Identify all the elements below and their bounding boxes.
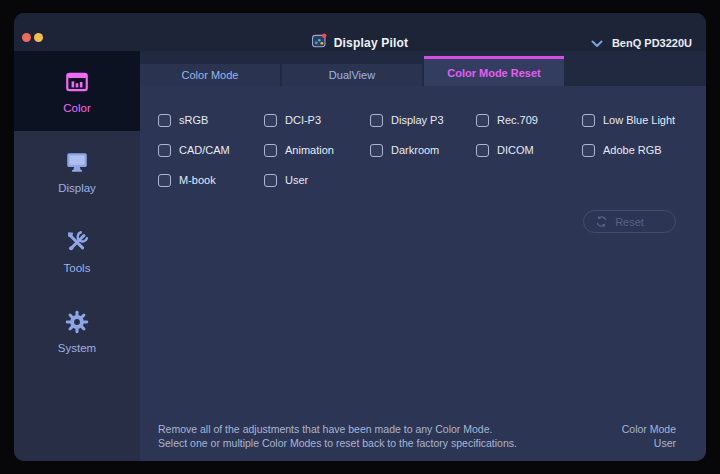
app-title: Display Pilot [334,36,409,50]
chevron-down-icon [591,34,603,52]
color-mode-item-srgb[interactable]: sRGB [158,112,264,128]
tab-dualview[interactable]: DualView [282,64,422,86]
window-body: ColorDisplayToolsSystem Color ModeDualVi… [14,51,706,461]
checkbox[interactable] [264,174,277,187]
checkbox[interactable] [264,144,277,157]
color-mode-item-m-book[interactable]: M-book [158,172,264,188]
content-column: Color ModeDualViewColor Mode Reset sRGBD… [140,51,706,461]
footer-status: Color Mode User [622,422,676,450]
color-mode-item-dci-p3[interactable]: DCI-P3 [264,112,370,128]
color-mode-checkbox-grid: sRGBDCI-P3Display P3Rec.709Low Blue Ligh… [158,112,706,188]
checkbox[interactable] [158,174,171,187]
color-mode-item-darkroom[interactable]: Darkroom [370,142,476,158]
tab-color-mode[interactable]: Color Mode [140,64,280,86]
color-mode-item-rec-709[interactable]: Rec.709 [476,112,582,128]
sidebar-item-label: Display [58,182,96,194]
color-mode-label: Darkroom [391,144,439,156]
title-bar: Display Pilot BenQ PD3220U [14,13,706,51]
checkbox[interactable] [158,114,171,127]
color-mode-label: Display P3 [391,114,444,126]
color-mode-item-animation[interactable]: Animation [264,142,370,158]
color-mode-label: User [285,174,308,186]
reset-row: Reset [140,210,676,233]
color-mode-label: DCI-P3 [285,114,321,126]
reset-button-label: Reset [615,216,644,228]
color-mode-item-user[interactable]: User [264,172,370,188]
checkbox[interactable] [582,114,595,127]
color-mode-label: Adobe RGB [603,144,662,156]
checkbox[interactable] [158,144,171,157]
footer-status-value: User [622,436,676,450]
app-logo-icon [312,33,327,52]
tools-icon [64,229,90,255]
checkbox[interactable] [264,114,277,127]
color-mode-label: M-book [179,174,216,186]
panel-footer: Remove all of the adjustments that have … [158,422,676,450]
tab-strip: Color ModeDualViewColor Mode Reset [140,51,706,86]
color-modes-icon [64,69,90,95]
color-mode-item-adobe-rgb[interactable]: Adobe RGB [582,142,688,158]
footer-description-line2: Select one or multiple Color Modes to re… [158,436,517,450]
checkbox[interactable] [370,114,383,127]
tab-color-mode-reset[interactable]: Color Mode Reset [424,56,564,86]
color-mode-label: CAD/CAM [179,144,230,156]
footer-description-line1: Remove all of the adjustments that have … [158,422,517,436]
checkbox[interactable] [476,144,489,157]
color-mode-label: sRGB [179,114,208,126]
sidebar-item-tools[interactable]: Tools [14,211,140,291]
color-mode-label: Animation [285,144,334,156]
sidebar-item-display[interactable]: Display [14,131,140,211]
checkbox[interactable] [476,114,489,127]
sidebar-item-label: Tools [64,262,91,274]
sidebar-item-label: System [58,342,96,354]
footer-status-label: Color Mode [622,422,676,436]
reset-button[interactable]: Reset [583,210,676,233]
app-window: Display Pilot BenQ PD3220U ColorDisplayT… [14,13,706,461]
color-mode-item-display-p3[interactable]: Display P3 [370,112,476,128]
color-mode-item-dicom[interactable]: DICOM [476,142,582,158]
color-mode-reset-panel: sRGBDCI-P3Display P3Rec.709Low Blue Ligh… [140,86,706,461]
sidebar-item-label: Color [63,102,90,114]
color-mode-item-low-blue-light[interactable]: Low Blue Light [582,112,688,128]
sidebar-item-system[interactable]: System [14,291,140,371]
footer-description: Remove all of the adjustments that have … [158,422,517,450]
color-mode-label: Rec.709 [497,114,538,126]
checkbox[interactable] [370,144,383,157]
device-name: BenQ PD3220U [612,37,692,49]
monitor-icon [64,149,90,175]
device-selector[interactable]: BenQ PD3220U [591,34,692,52]
gear-icon [64,309,90,335]
color-mode-item-cad-cam[interactable]: CAD/CAM [158,142,264,158]
color-mode-label: DICOM [497,144,534,156]
sidebar-nav: ColorDisplayToolsSystem [14,51,140,461]
color-mode-label: Low Blue Light [603,114,675,126]
checkbox[interactable] [582,144,595,157]
refresh-icon [595,215,608,230]
sidebar-item-color[interactable]: Color [14,51,140,131]
